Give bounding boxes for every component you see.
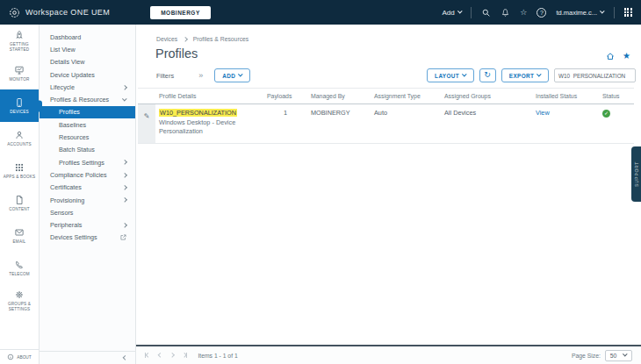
nav-label: Lifecycle xyxy=(50,83,75,91)
sidebar-collapse-button[interactable] xyxy=(40,351,135,364)
nav-item-peripherals[interactable]: Peripherals xyxy=(40,218,135,231)
about-button[interactable]: ABOUT xyxy=(0,349,39,364)
organization-group-button[interactable]: MOBINERGY xyxy=(150,6,211,19)
column-installed-status[interactable]: Installed Status xyxy=(532,89,599,104)
nav-label: Profiles & Resources xyxy=(50,96,109,103)
add-button-label: ADD xyxy=(222,73,235,79)
next-page-button[interactable] xyxy=(170,353,174,357)
column-managed-by[interactable]: Managed By xyxy=(307,89,371,104)
external-link-icon xyxy=(120,234,126,240)
nav-item-profiles[interactable]: Profiles xyxy=(40,106,135,118)
app-launcher-icon[interactable] xyxy=(624,8,632,16)
nav-label: Certificates xyxy=(50,183,82,191)
chevron-down-icon xyxy=(238,72,242,76)
account-menu[interactable]: td.maxime.c... xyxy=(556,9,603,17)
nav-item-provisioning[interactable]: Provisioning xyxy=(40,194,135,206)
pager xyxy=(145,353,187,358)
nav-item-device-updates[interactable]: Device Updates xyxy=(40,68,135,81)
export-button[interactable]: EXPORT xyxy=(501,68,549,82)
nav-item-profiles-settings[interactable]: Profiles Settings xyxy=(40,156,135,168)
nav-label: Peripherals xyxy=(50,221,82,229)
list-search-input[interactable] xyxy=(554,68,636,82)
rail-item-apps-books[interactable]: APPS & BOOKS xyxy=(0,154,39,187)
view-installed-status-link[interactable]: View xyxy=(536,109,550,117)
favorites-star-icon[interactable]: ☆ xyxy=(520,9,527,17)
profile-description: Windows Desktop - Device Personalization xyxy=(159,118,260,136)
favorite-page-star-icon[interactable]: ★ xyxy=(623,52,630,61)
rail-item-devices[interactable]: DEVICES xyxy=(0,89,39,122)
nav-item-dashboard[interactable]: Dashboard xyxy=(40,31,135,43)
nav-label: Dashboard xyxy=(50,33,81,41)
page-size-select[interactable]: 50 xyxy=(605,350,632,361)
page-size-label: Page Size: xyxy=(572,353,601,359)
support-tab-label: SUPPORT xyxy=(634,161,639,187)
column-assignment-type[interactable]: Assignment Type xyxy=(371,89,441,104)
column-payloads[interactable]: Payloads xyxy=(263,89,307,104)
rail-item-getting-started[interactable]: GETTING STARTED xyxy=(0,25,39,57)
add-profile-button[interactable]: ADD xyxy=(214,68,250,82)
profile-details-cell: W10_PERSONALIZATION Windows Desktop - De… xyxy=(155,104,263,144)
previous-page-button[interactable] xyxy=(159,353,162,357)
main-content: Devices Profiles & Resources Profiles ★ … xyxy=(136,25,641,364)
add-menu-label: Add xyxy=(442,9,454,17)
column-status[interactable]: Status xyxy=(599,89,634,104)
primary-nav-rail: GETTING STARTED MONITOR DEVICES ACCOUNTS… xyxy=(0,25,40,364)
chevron-down-icon xyxy=(537,72,542,76)
layout-button[interactable]: LAYOUT xyxy=(427,68,474,82)
nav-label: Resources xyxy=(59,133,89,141)
filters-label: Filters xyxy=(156,72,174,80)
rail-item-accounts[interactable]: ACCOUNTS xyxy=(0,122,39,154)
account-name: td.maxime.c... xyxy=(556,9,597,17)
help-icon[interactable]: ? xyxy=(537,8,546,18)
breadcrumb: Devices Profiles & Resources xyxy=(136,25,641,42)
rail-item-label: CONTENT xyxy=(2,207,37,212)
notifications-bell-icon[interactable] xyxy=(501,8,510,18)
chevron-right-icon xyxy=(123,85,127,89)
refresh-button[interactable]: ↻ xyxy=(479,68,496,82)
column-profile-details[interactable]: Profile Details xyxy=(155,89,263,104)
filters-expand-icon[interactable]: » xyxy=(198,72,203,80)
profile-name-link[interactable]: W10_PERSONALIZATION xyxy=(159,109,237,117)
nav-item-list-view[interactable]: List View xyxy=(40,43,135,55)
about-label: ABOUT xyxy=(17,355,32,360)
table-row: ✎ W10_PERSONALIZATION Windows Desktop - … xyxy=(138,104,634,144)
status-cell: ✓ xyxy=(599,104,634,144)
page-size-value: 50 xyxy=(610,353,617,359)
nav-item-profiles-resources[interactable]: Profiles & Resources xyxy=(40,93,135,105)
rail-item-email[interactable]: EMAIL xyxy=(0,219,39,252)
rail-item-label: MONITOR xyxy=(2,77,37,82)
rail-item-label: DEVICES xyxy=(2,110,37,115)
column-assigned-groups[interactable]: Assigned Groups xyxy=(441,89,532,104)
rail-item-telecom[interactable]: TELECOM xyxy=(0,252,39,284)
info-icon xyxy=(7,353,14,360)
rail-item-label: EMAIL xyxy=(2,239,37,245)
search-icon[interactable] xyxy=(481,8,491,18)
breadcrumb-profiles-resources[interactable]: Profiles & Resources xyxy=(193,36,248,42)
last-page-button[interactable] xyxy=(183,353,188,358)
nav-label: Baselines xyxy=(59,121,86,129)
breadcrumb-devices[interactable]: Devices xyxy=(156,36,177,42)
gear-icon xyxy=(14,289,25,300)
home-icon[interactable] xyxy=(606,52,615,61)
divider xyxy=(471,7,472,18)
nav-item-batch-status[interactable]: Batch Status xyxy=(40,144,135,156)
rail-item-label: TELECOM xyxy=(2,272,37,277)
export-button-label: EXPORT xyxy=(509,73,535,79)
nav-item-baselines[interactable]: Baselines xyxy=(40,118,135,131)
rail-item-monitor[interactable]: MONITOR xyxy=(0,57,39,89)
nav-item-details-view[interactable]: Details View xyxy=(40,56,135,68)
nav-item-compliance-policies[interactable]: Compliance Policies xyxy=(40,168,135,181)
rail-item-content[interactable]: CONTENT xyxy=(0,187,39,219)
pagination-bar: Items 1 - 1 of 1 Page Size: 50 xyxy=(136,345,641,364)
support-tab[interactable]: SUPPORT xyxy=(631,146,641,202)
nav-item-resources[interactable]: Resources xyxy=(40,131,135,143)
nav-item-sensors[interactable]: Sensors xyxy=(40,206,135,218)
nav-item-devices-settings[interactable]: Devices Settings xyxy=(40,232,135,244)
rail-item-groups-settings[interactable]: GROUPS & SETTINGS xyxy=(0,284,39,317)
first-page-button[interactable] xyxy=(145,353,150,358)
add-menu[interactable]: Add xyxy=(442,9,461,17)
nav-item-certificates[interactable]: Certificates xyxy=(40,182,135,194)
edit-profile-button[interactable]: ✎ xyxy=(138,104,155,144)
topbar-actions: Add ☆ ? td.maxime.c... xyxy=(442,7,632,18)
nav-item-lifecycle[interactable]: Lifecycle xyxy=(40,81,135,93)
